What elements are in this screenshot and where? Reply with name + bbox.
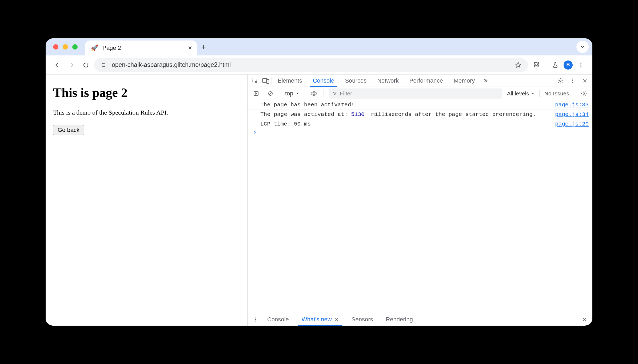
favicon-icon: 🚀: [91, 45, 98, 51]
browser-tab[interactable]: 🚀 Page 2 ✕: [85, 41, 197, 55]
close-window-button[interactable]: [53, 44, 58, 50]
drawer-tab-whatsnew[interactable]: What's new: [296, 313, 345, 326]
maximize-window-button[interactable]: [72, 44, 78, 50]
log-row: The page has been activated! page.js:33: [248, 100, 592, 110]
profile-avatar[interactable]: B: [564, 60, 573, 70]
device-toolbar-button[interactable]: [261, 76, 270, 86]
reload-icon: [83, 62, 89, 68]
tab-search-button[interactable]: [576, 41, 589, 53]
gear-icon: [581, 90, 587, 97]
svg-point-1: [104, 66, 105, 67]
kebab-menu-button[interactable]: [575, 59, 587, 71]
triangle-down-icon: [296, 92, 299, 95]
dots-vertical-icon: [570, 78, 576, 84]
browser-toolbar: open-chalk-asparagus.glitch.me/page2.htm…: [46, 55, 592, 75]
tab-strip: 🚀 Page 2 ✕ ＋: [46, 38, 592, 55]
page-heading: This is page 2: [53, 85, 240, 100]
toggle-sidebar-button[interactable]: [251, 89, 261, 98]
drawer-tab-console[interactable]: Console: [261, 313, 295, 326]
devtools-tab-memory[interactable]: Memory: [449, 75, 480, 87]
triangle-down-icon: [531, 92, 535, 95]
reload-button[interactable]: [80, 59, 92, 71]
close-icon[interactable]: [334, 317, 339, 322]
chevron-down-icon: [580, 45, 585, 49]
separator: [324, 90, 324, 97]
rendered-page: This is page 2 This is a demo of the Spe…: [46, 75, 247, 326]
avatar-letter: B: [567, 62, 570, 68]
minimize-window-button[interactable]: [63, 44, 68, 50]
close-tab-button[interactable]: ✕: [188, 45, 192, 51]
site-settings-icon[interactable]: [101, 62, 107, 68]
devtools-close-button[interactable]: [580, 76, 590, 86]
issues-status[interactable]: No Issues: [544, 90, 569, 97]
close-icon: [582, 317, 587, 322]
svg-point-8: [560, 80, 561, 82]
drawer-kebab-button[interactable]: [251, 315, 260, 324]
tab-title: Page 2: [102, 45, 121, 51]
page-body: This is a demo of the Speculation Rules …: [53, 109, 240, 116]
svg-point-17: [583, 93, 585, 94]
devtools-kebab-button[interactable]: [568, 76, 577, 86]
separator: [574, 90, 574, 97]
context-selector[interactable]: top: [285, 90, 299, 97]
inspect-element-button[interactable]: [250, 76, 260, 86]
source-link[interactable]: page.js:20: [555, 121, 589, 127]
svg-line-15: [269, 92, 272, 95]
back-button[interactable]: [51, 59, 63, 71]
levels-label: All levels: [507, 90, 529, 97]
svg-point-3: [580, 64, 581, 66]
go-back-button[interactable]: Go back: [53, 125, 84, 135]
funnel-icon: [332, 91, 337, 96]
separator: [546, 61, 546, 69]
filter-input[interactable]: Filter: [329, 88, 502, 99]
inspect-icon: [252, 78, 258, 84]
flask-icon: [552, 62, 559, 68]
separator: [304, 90, 304, 97]
bookmark-star-icon[interactable]: [515, 62, 522, 68]
forward-button[interactable]: [65, 59, 78, 71]
devtools-settings-button[interactable]: [556, 76, 565, 86]
log-levels-selector[interactable]: All levels: [507, 90, 535, 97]
svg-point-10: [572, 80, 573, 81]
devtools-drawer: Console What's new Sensors Rendering: [248, 313, 592, 326]
new-tab-button[interactable]: ＋: [197, 42, 210, 52]
devtools-tab-network[interactable]: Network: [372, 75, 404, 87]
svg-point-0: [102, 63, 104, 64]
svg-point-9: [572, 78, 573, 79]
console-log[interactable]: The page has been activated! page.js:33 …: [248, 100, 592, 313]
source-link[interactable]: page.js:33: [555, 102, 589, 108]
clear-console-button[interactable]: [266, 89, 275, 98]
source-link[interactable]: page.js:34: [555, 111, 589, 118]
eye-icon: [310, 91, 317, 96]
drawer-close-button[interactable]: [580, 315, 589, 324]
content-split: This is page 2 This is a demo of the Spe…: [46, 75, 592, 326]
extensions-button[interactable]: [530, 59, 543, 71]
devtools-tab-console[interactable]: Console: [308, 75, 339, 87]
omnibox[interactable]: open-chalk-asparagus.glitch.me/page2.htm…: [94, 58, 528, 72]
devtools-tab-elements[interactable]: Elements: [273, 75, 307, 87]
filter-placeholder: Filter: [340, 90, 352, 97]
console-prompt[interactable]: [248, 129, 592, 136]
svg-rect-12: [254, 91, 258, 95]
devtools-tab-performance[interactable]: Performance: [405, 75, 448, 87]
drawer-tab-rendering[interactable]: Rendering: [380, 313, 419, 326]
gear-icon: [557, 78, 564, 84]
devtools-tabbar: Elements Console Sources Network Perform…: [248, 75, 592, 87]
log-row: The page was activated at: 5130 millisec…: [248, 110, 592, 119]
log-row: LCP time: 50 ms page.js:20: [248, 119, 592, 129]
devtools-panel: Elements Console Sources Network Perform…: [247, 75, 592, 326]
context-label: top: [285, 90, 293, 97]
separator: [272, 77, 272, 84]
more-tabs-button[interactable]: [481, 76, 490, 86]
live-expression-button[interactable]: [309, 89, 319, 98]
labs-button[interactable]: [549, 59, 561, 71]
svg-point-11: [572, 82, 573, 83]
svg-point-20: [255, 321, 256, 321]
arrow-left-icon: [54, 62, 60, 68]
chevrons-right-icon: [483, 78, 488, 84]
svg-point-18: [255, 317, 256, 318]
devtools-tab-sources[interactable]: Sources: [340, 75, 371, 87]
console-settings-button[interactable]: [579, 89, 589, 98]
drawer-tab-sensors[interactable]: Sensors: [346, 313, 379, 326]
browser-window: 🚀 Page 2 ✕ ＋ open-chalk-asparagus.glitch…: [46, 38, 592, 326]
